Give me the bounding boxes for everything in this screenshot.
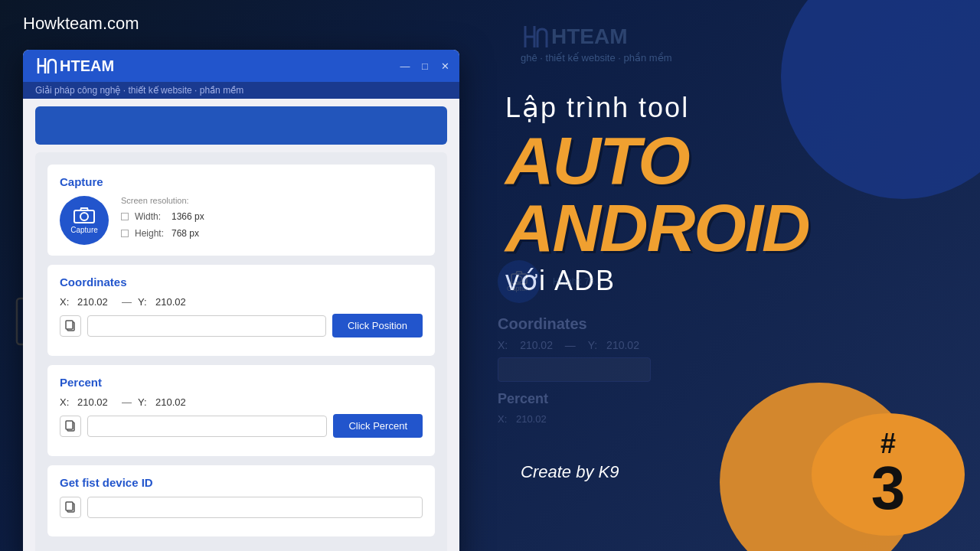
px-label: X: bbox=[60, 396, 71, 408]
width-row: Width: 1366 px bbox=[121, 211, 204, 222]
device-text-input[interactable] bbox=[87, 497, 423, 518]
height-row: Height: 768 px bbox=[121, 228, 204, 239]
ghost-px-value: 210.02 bbox=[516, 413, 547, 425]
width-label: Width: bbox=[135, 211, 165, 222]
ghost-dash: — bbox=[565, 339, 576, 351]
ghost-percent-coords: X: 210.02 bbox=[498, 413, 651, 425]
svg-rect-11 bbox=[66, 502, 73, 510]
py-label: Y: bbox=[138, 396, 149, 408]
camera-icon bbox=[74, 207, 95, 223]
x-value: 210.02 bbox=[77, 296, 116, 308]
percent-input-row: Click Percent bbox=[60, 414, 423, 438]
right-content: HTEAM ghê · thiết kế website · phần mềm … bbox=[459, 0, 980, 551]
title-bar-hteam-icon bbox=[35, 55, 57, 77]
percent-dash: — bbox=[122, 396, 132, 408]
maximize-button[interactable]: □ bbox=[420, 60, 430, 71]
copy-icon bbox=[65, 320, 76, 332]
ghost-coords-row: X: 210.02 — Y: 210.02 bbox=[498, 339, 651, 351]
coords-values-row: X: 210.02 — Y: 210.02 bbox=[60, 296, 423, 308]
coordinates-title: Coordinates bbox=[60, 276, 423, 289]
device-input-row bbox=[60, 497, 423, 518]
ghost-x-value: 210.02 bbox=[520, 339, 553, 351]
app-window: HTEAM — □ ✕ Giải pháp công nghệ · thiết … bbox=[23, 50, 459, 551]
resolution-info: Screen resolution: Width: 1366 px Height… bbox=[121, 196, 204, 239]
svg-rect-9 bbox=[66, 421, 73, 429]
percent-copy-button[interactable] bbox=[60, 416, 81, 437]
screen-resolution-label: Screen resolution: bbox=[121, 196, 204, 205]
capture-row: Capture Screen resolution: Width: 1366 p… bbox=[60, 196, 423, 245]
ghost-y-label: Y: bbox=[588, 339, 597, 351]
width-value: 1366 px bbox=[172, 211, 204, 222]
minimize-button[interactable]: — bbox=[400, 60, 410, 71]
capture-section-title: Capture bbox=[60, 175, 423, 188]
ghost-y-value: 210.02 bbox=[606, 339, 639, 351]
title-line1: Lập trình tool bbox=[505, 92, 965, 124]
hteam-logo-icon bbox=[521, 23, 548, 51]
ghost-px-label: X: bbox=[498, 413, 507, 425]
coord-dash: — bbox=[122, 296, 132, 308]
watermark: Howkteam.com bbox=[23, 14, 139, 34]
close-button[interactable]: ✕ bbox=[439, 60, 450, 71]
title-bar-name: HTEAM bbox=[60, 57, 114, 75]
percent-title: Percent bbox=[60, 376, 423, 389]
create-by: Create by K9 bbox=[521, 462, 619, 482]
ghost-capture-btn: Capture bbox=[498, 260, 541, 303]
svg-point-5 bbox=[80, 213, 88, 220]
percent-section: Percent X: 210.02 — Y: 210.02 Click Perc… bbox=[47, 365, 435, 456]
episode-number: 3 bbox=[871, 458, 906, 519]
percent-values-row: X: 210.02 — Y: 210.02 bbox=[60, 396, 423, 408]
capture-btn-label: Capture bbox=[70, 226, 98, 234]
title-bar-logo: HTEAM bbox=[35, 55, 114, 77]
ghost-x-label: X: bbox=[498, 339, 508, 351]
checkbox-height bbox=[121, 230, 129, 237]
title-bar-controls: — □ ✕ bbox=[400, 60, 450, 71]
ghost-input bbox=[498, 357, 651, 382]
ghost-camera-icon bbox=[511, 271, 528, 285]
capture-button[interactable]: Capture bbox=[60, 196, 109, 245]
click-percent-button[interactable]: Click Percent bbox=[333, 414, 423, 438]
hteam-logo-background: HTEAM ghê · thiết kế website · phần mềm bbox=[521, 23, 671, 64]
click-position-button[interactable]: Click Position bbox=[332, 314, 423, 337]
py-value: 210.02 bbox=[155, 396, 194, 408]
app-subtitle: Giải pháp công nghệ · thiết kế website ·… bbox=[35, 85, 243, 96]
percent-copy-icon bbox=[65, 420, 76, 432]
percent-text-input[interactable] bbox=[87, 416, 327, 437]
height-label: Height: bbox=[135, 228, 165, 239]
ghost-percent-label: Percent bbox=[498, 391, 651, 407]
main-content: Capture Capture Screen resolution: Width… bbox=[35, 152, 447, 551]
y-label: Y: bbox=[138, 296, 149, 308]
height-value: 768 px bbox=[172, 228, 199, 239]
device-copy-icon bbox=[65, 501, 76, 514]
y-value: 210.02 bbox=[155, 296, 194, 308]
hteam-subtitle-bg: ghê · thiết kế website · phần mềm bbox=[521, 52, 671, 64]
checkbox-width bbox=[121, 213, 129, 220]
svg-rect-7 bbox=[66, 321, 73, 329]
x-label: X: bbox=[60, 296, 71, 308]
ghost-panel: Capture Height: 76... Coordinates X: 210… bbox=[498, 260, 651, 425]
episode-badge: # 3 bbox=[812, 413, 965, 536]
get-device-title: Get fist device ID bbox=[60, 476, 423, 489]
get-device-section: Get fist device ID bbox=[47, 465, 435, 536]
coordinates-section: Coordinates X: 210.02 — Y: 210.02 Click … bbox=[47, 265, 435, 356]
svg-point-1 bbox=[516, 276, 522, 282]
coord-input-row: Click Position bbox=[60, 314, 423, 337]
device-copy-button[interactable] bbox=[60, 497, 81, 518]
blue-header-area bbox=[35, 106, 447, 145]
hteam-name: HTEAM bbox=[551, 24, 628, 49]
coord-text-input[interactable] bbox=[87, 315, 326, 337]
coord-copy-button[interactable] bbox=[60, 315, 81, 337]
capture-section: Capture Capture Screen resolution: Width… bbox=[47, 165, 435, 256]
subtitle-bar: Giải pháp công nghệ · thiết kế website ·… bbox=[23, 82, 459, 99]
ghost-coords-label: Coordinates bbox=[498, 315, 651, 333]
title-bar: HTEAM — □ ✕ bbox=[23, 50, 459, 82]
px-value: 210.02 bbox=[77, 396, 116, 408]
hteam-logo-text: HTEAM bbox=[521, 23, 628, 51]
title-line2: AUTO ANDROID bbox=[505, 127, 965, 262]
